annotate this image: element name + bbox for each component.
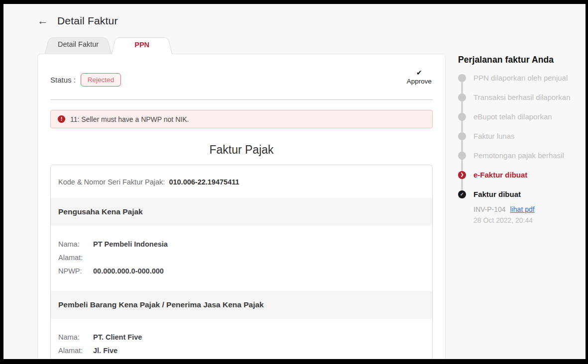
- detail-row-value: 00.000.000.0-000.000: [93, 265, 164, 278]
- timeline-step-label: Pemotongan pajak berhasil: [473, 151, 564, 160]
- invoice-section: Pembeli Barang Kena Pajak / Penerima Jas…: [51, 291, 432, 364]
- check-icon: ✓: [458, 190, 466, 198]
- detail-row: Alamat:Jl. Five: [58, 344, 425, 358]
- error-banner: ! 11: Seller must have a NPWP not NIK.: [50, 110, 433, 128]
- timeline-step-row: Transaksi berhasil dilaporkan: [458, 88, 586, 107]
- detail-row-label: NPWP:: [58, 265, 93, 278]
- section-heading: Pengusaha Kena Pajak: [51, 198, 432, 226]
- page-title: Detail Faktur: [57, 15, 118, 27]
- timeline-step-row: ✓Faktur dibuat: [458, 184, 586, 204]
- approve-button[interactable]: ✔ Approve: [406, 69, 433, 85]
- detail-row-value: Jl. Five: [93, 344, 118, 358]
- journey-title: Perjalanan faktur Anda: [458, 55, 586, 65]
- detail-row: Alamat:: [58, 251, 425, 265]
- status-group: Status : Rejected: [50, 69, 121, 87]
- kode-row: Kode & Nomor Seri Faktur Pajak: 010.006-…: [51, 165, 432, 198]
- detail-row-label: Nama:: [58, 331, 93, 344]
- divider: [50, 99, 433, 100]
- timeline-step-details: INV-P-104lihat pdf: [473, 204, 586, 215]
- error-circle-icon: !: [58, 115, 65, 123]
- timeline-step-row: ❯e-Faktur dibuat: [458, 165, 586, 184]
- journey-timeline: PPN dilaporkan oleh penjualTransaksi ber…: [458, 68, 586, 226]
- timeline-step: ✓Faktur dibuatINV-P-104lihat pdf28 Oct 2…: [458, 184, 586, 226]
- section-heading: Pembeli Barang Kena Pajak / Penerima Jas…: [51, 291, 432, 319]
- detail-row-value: 12.345.678.9-000.102: [93, 358, 164, 364]
- detail-row: Nama:PT Pembeli Indonesia: [58, 238, 425, 251]
- error-message: 11: Seller must have a NPWP not NIK.: [70, 115, 189, 123]
- approve-label: Approve: [407, 78, 432, 85]
- detail-row: Nama:PT. Client Five: [58, 331, 425, 344]
- section-rows: Nama:PT. Client FiveAlamat:Jl. FiveNPWP:…: [51, 319, 432, 364]
- timeline-step-label: e-Faktur dibuat: [473, 171, 527, 179]
- invoice-sections: Pengusaha Kena PajakNama:PT Pembeli Indo…: [51, 198, 432, 364]
- kode-value: 010.006-22.19475411: [169, 178, 239, 186]
- timeline-step-row: PPN dilaporkan oleh penjual: [458, 68, 586, 88]
- invoice-panel: Status : Rejected ✔ Approve ! 11: Seller…: [37, 54, 446, 364]
- timeline-step-label: eBupot telah dilaporkan: [473, 112, 552, 121]
- timeline-step-label: Transaksi berhasil dilaporkan: [473, 93, 571, 101]
- timeline-step: Faktur lunas: [458, 126, 586, 146]
- detail-row-label: Nama:: [58, 238, 93, 251]
- timeline-step-row: Faktur lunas: [458, 126, 586, 146]
- timeline-step: Pemotongan pajak berhasil: [458, 146, 586, 165]
- invoice-card: Kode & Nomor Seri Faktur Pajak: 010.006-…: [50, 165, 433, 364]
- app-window: ← Detail Faktur Detail Faktur PPN Status…: [0, 0, 588, 364]
- detail-row-label: NPWP:: [58, 358, 93, 364]
- detail-row-value: PT. Client Five: [93, 331, 142, 344]
- pending-dot-icon: [458, 152, 466, 160]
- tab-label: Detail Faktur: [58, 40, 99, 48]
- detail-row-label: Alamat:: [58, 251, 93, 265]
- timeline-step-date: 28 Oct 2022, 20:44: [473, 215, 586, 226]
- kode-label: Kode & Nomor Seri Faktur Pajak:: [58, 178, 165, 186]
- journey-sidebar: Perjalanan faktur Anda PPN dilaporkan ol…: [458, 33, 586, 226]
- status-row: Status : Rejected ✔ Approve: [50, 54, 433, 87]
- back-arrow-icon[interactable]: ←: [37, 15, 48, 26]
- page-header: ← Detail Faktur: [3, 4, 586, 33]
- invoice-title: Faktur Pajak: [38, 143, 445, 157]
- detail-row: NPWP:12.345.678.9-000.102: [58, 358, 425, 364]
- content-row: Detail Faktur PPN Status : Rejected ✔ Ap…: [3, 33, 586, 364]
- timeline-step-label: Faktur lunas: [473, 132, 515, 140]
- timeline-step-label: Faktur dibuat: [473, 190, 521, 198]
- timeline-step: Transaksi berhasil dilaporkan: [458, 88, 586, 107]
- status-label: Status :: [50, 76, 76, 84]
- timeline-step: ❯e-Faktur dibuat: [458, 165, 586, 184]
- detail-row-value: PT Pembeli Indonesia: [93, 238, 168, 251]
- tab-label: PPN: [134, 41, 149, 49]
- detail-row-label: Alamat:: [58, 344, 93, 358]
- main-column: Detail Faktur PPN Status : Rejected ✔ Ap…: [37, 33, 446, 364]
- timeline-step-row: eBupot telah dilaporkan: [458, 107, 586, 126]
- detail-row: NPWP:00.000.000.0-000.000: [58, 265, 425, 278]
- timeline-step: PPN dilaporkan oleh penjual: [458, 68, 586, 88]
- pending-dot-icon: [458, 113, 466, 121]
- timeline-step-label: PPN dilaporkan oleh penjual: [473, 74, 568, 82]
- section-rows: Nama:PT Pembeli IndonesiaAlamat:NPWP:00.…: [51, 226, 432, 291]
- pending-dot-icon: [458, 74, 466, 82]
- tab-detail-faktur[interactable]: Detail Faktur: [45, 35, 112, 54]
- check-icon: ✔: [416, 69, 422, 76]
- tab-ppn[interactable]: PPN: [112, 35, 172, 54]
- status-badge: Rejected: [81, 73, 121, 87]
- timeline-step-row: Pemotongan pajak berhasil: [458, 146, 586, 165]
- tab-bar: Detail Faktur PPN: [37, 35, 446, 54]
- lihat-pdf-link[interactable]: lihat pdf: [510, 205, 535, 213]
- pending-dot-icon: [458, 132, 466, 140]
- pending-dot-icon: [458, 93, 466, 101]
- chevron-right-icon: ❯: [458, 171, 466, 179]
- invoice-section: Pengusaha Kena PajakNama:PT Pembeli Indo…: [51, 198, 432, 291]
- invoice-ref: INV-P-104: [473, 205, 506, 213]
- timeline-step: eBupot telah dilaporkan: [458, 107, 586, 126]
